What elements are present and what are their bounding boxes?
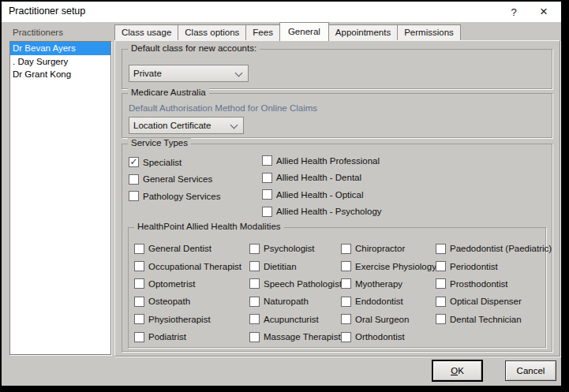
checkbox-allied-health-dental[interactable]: ✓ Allied Health - Dental: [262, 170, 382, 187]
checkbox-specialist[interactable]: ✓ Specialist: [129, 154, 220, 171]
checkbox-box: ✓: [262, 189, 272, 200]
checkbox-box: ✓: [134, 297, 144, 307]
healthpoint-column-3: ✓ Chiropractor ✓ Exercise Physiology ✓ M…: [341, 240, 436, 345]
checkbox-box: ✓: [249, 261, 260, 271]
list-item-practitioner[interactable]: Dr Grant Kong: [10, 68, 110, 81]
checkbox-myotherapy[interactable]: ✓ Myotherapy: [341, 275, 436, 293]
practitioners-listbox[interactable]: Dr Bevan Ayers . Day Surgery Dr Grant Ko…: [9, 41, 111, 355]
ok-button[interactable]: OK: [432, 360, 482, 381]
tab-fees[interactable]: Fees: [245, 24, 280, 40]
healthpoint-column-2: ✓ Psychologist ✓ Dietitian ✓ Speech Path…: [249, 240, 342, 345]
checkbox-box: ✓: [436, 244, 446, 254]
checkbox-box: ✓: [134, 332, 144, 342]
checkbox-box: ✓: [249, 244, 260, 254]
ok-button-label: OK: [451, 366, 464, 375]
checkbox-box: ✓: [436, 261, 446, 271]
checkbox-allied-health-optical[interactable]: ✓ Allied Health - Optical: [262, 186, 382, 203]
list-item-practitioner[interactable]: Dr Bevan Ayers: [10, 42, 110, 55]
checkbox-podiatrist[interactable]: ✓ Podiatrist: [134, 328, 241, 345]
list-item-practitioner[interactable]: . Day Surgery: [10, 55, 110, 69]
checkbox-oral-surgeon[interactable]: ✓ Oral Surgeon: [341, 311, 436, 328]
dialog-window: Practitioner setup ? × Practitioners Dr …: [2, 2, 561, 386]
checkbox-box: ✓: [262, 173, 272, 183]
checkbox-allied-health-psychology[interactable]: ✓ Allied Health - Psychology: [262, 203, 382, 221]
close-button[interactable]: ×: [533, 2, 554, 22]
checkbox-box: ✓: [129, 174, 139, 185]
practitioner-setup-dialog: Practitioner setup ? × Practitioners Dr …: [0, 0, 569, 392]
medicare-groupbox: Medicare Australia Default Authorisation…: [122, 93, 552, 138]
healthpoint-column-4: ✓ Paedodontist (Paediatric) ✓ Periodonti…: [436, 240, 552, 328]
titlebar: Practitioner setup ? ×: [2, 2, 561, 22]
tab-class-usage[interactable]: Class usage: [114, 24, 178, 40]
checkbox-acupuncturist[interactable]: ✓ Acupuncturist: [249, 311, 342, 328]
checkbox-box: ✓: [341, 261, 351, 271]
checkbox-prosthodontist[interactable]: ✓ Prosthodontist: [436, 275, 552, 293]
checkbox-box: ✓: [134, 261, 144, 271]
combobox-value: Private: [133, 69, 162, 78]
checkbox-general-services[interactable]: ✓ General Services: [129, 171, 220, 189]
service-types-group-label: Service Types: [128, 138, 191, 147]
medicare-group-label: Medicare Australia: [128, 88, 209, 97]
checkbox-optical-dispenser[interactable]: ✓ Optical Dispenser: [436, 293, 552, 310]
help-icon: ?: [511, 6, 516, 18]
checkbox-dietitian[interactable]: ✓ Dietitian: [249, 257, 342, 274]
combobox-value: Location Certificate: [133, 121, 211, 130]
checkbox-paedodontist[interactable]: ✓ Paedodontist (Paediatric): [436, 240, 552, 257]
checkbox-box: ✓: [134, 314, 144, 324]
healthpoint-column-1: ✓ General Dentist ✓ Occupational Therapi…: [134, 240, 241, 345]
checkbox-orthodontist[interactable]: ✓ Orthodontist: [341, 328, 436, 345]
general-tab-page: Default class for new accounts: Private …: [114, 40, 560, 357]
checkbox-periodontist[interactable]: ✓ Periodontist: [436, 257, 552, 274]
healthpoint-group-label: HealthPoint Allied Health Modalities: [134, 222, 284, 231]
checkbox-box: ✓: [134, 278, 144, 289]
tab-appointments[interactable]: Appointments: [328, 24, 398, 40]
checkbox-box: ✓: [129, 157, 139, 167]
checkbox-box: ✓: [436, 278, 446, 289]
checkbox-exercise-physiology[interactable]: ✓ Exercise Physiology: [341, 257, 436, 274]
checkbox-optometrist[interactable]: ✓ Optometrist: [134, 275, 241, 293]
checkbox-dental-technician[interactable]: ✓ Dental Technician: [436, 311, 552, 328]
checkbox-box: ✓: [341, 278, 351, 289]
checkbox-speech-pathologist[interactable]: ✓ Speech Pathologist: [249, 275, 342, 293]
checkbox-naturopath[interactable]: ✓ Naturopath: [249, 293, 342, 310]
checkbox-allied-health-professional[interactable]: ✓ Allied Health Professional: [262, 152, 382, 170]
checkbox-box: ✓: [249, 314, 260, 324]
authorisation-method-link[interactable]: Default Authorisation Method for Online …: [129, 103, 317, 113]
checkbox-box: ✓: [436, 314, 446, 324]
checkbox-box: ✓: [134, 244, 144, 254]
checkbox-osteopath[interactable]: ✓ Osteopath: [134, 293, 241, 310]
tab-permissions[interactable]: Permissions: [397, 24, 461, 40]
checkbox-box: ✓: [341, 297, 351, 307]
tab-class-options[interactable]: Class options: [178, 24, 246, 40]
chevron-down-icon: [235, 69, 243, 77]
checkbox-psychologist[interactable]: ✓ Psychologist: [249, 240, 342, 257]
tab-general[interactable]: General: [279, 22, 329, 41]
checkbox-general-dentist[interactable]: ✓ General Dentist: [134, 240, 241, 257]
checkbox-box: ✓: [341, 314, 351, 324]
checkbox-box: ✓: [436, 297, 446, 307]
checkbox-endodontist[interactable]: ✓ Endodontist: [341, 293, 436, 310]
checkbox-chiropractor[interactable]: ✓ Chiropractor: [341, 240, 436, 257]
close-icon: ×: [540, 4, 548, 20]
default-class-combobox[interactable]: Private: [129, 65, 249, 82]
practitioners-label: Practitioners: [13, 28, 63, 37]
default-class-group-label: Default class for new accounts:: [128, 43, 260, 53]
checkbox-box: ✓: [262, 207, 272, 217]
checkbox-box: ✓: [249, 278, 260, 289]
healthpoint-groupbox: HealthPoint Allied Health Modalities ✓ G…: [128, 227, 546, 348]
checkbox-physiotherapist[interactable]: ✓ Physiotherapist: [134, 311, 241, 328]
checkbox-box: ✓: [249, 297, 260, 307]
checkbox-occupational-therapist[interactable]: ✓ Occupational Therapist: [134, 257, 241, 274]
cancel-button-label: Cancel: [517, 366, 545, 375]
check-icon: ✓: [129, 157, 137, 166]
window-title: Practitioner setup: [9, 6, 85, 17]
default-class-groupbox: Default class for new accounts: Private: [122, 49, 552, 89]
checkbox-massage-therapist[interactable]: ✓ Massage Therapist: [249, 328, 342, 345]
checkbox-pathology-services[interactable]: ✓ Pathology Services: [129, 188, 220, 205]
authorisation-method-combobox[interactable]: Location Certificate: [129, 117, 244, 134]
cancel-button[interactable]: Cancel: [505, 360, 556, 381]
help-button[interactable]: ?: [503, 2, 524, 22]
chevron-down-icon: [230, 121, 238, 129]
checkbox-box: ✓: [249, 332, 260, 342]
checkbox-box: ✓: [129, 191, 139, 201]
